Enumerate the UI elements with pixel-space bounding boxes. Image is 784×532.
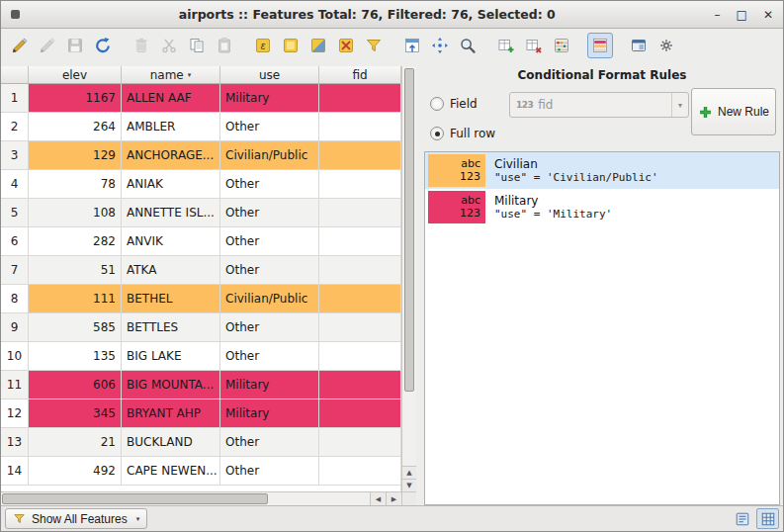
cell-fid[interactable] — [319, 227, 401, 256]
dock-attribute-table-button[interactable] — [626, 33, 652, 58]
full-row-radio-row[interactable]: Full row — [430, 127, 495, 140]
cell-fid[interactable] — [319, 285, 401, 313]
cell-name[interactable]: ANCHORAGE... — [122, 141, 220, 170]
scroll-right-button[interactable]: ▶ — [386, 492, 401, 505]
cell-elev[interactable]: 51 — [29, 256, 122, 285]
cell-name[interactable]: ANIAK — [122, 170, 220, 199]
cell-use[interactable]: Other — [220, 227, 319, 256]
minimize-button[interactable]: – — [715, 9, 721, 21]
row-number[interactable]: 7 — [1, 256, 29, 285]
cell-elev[interactable]: 111 — [29, 285, 122, 313]
vertical-scrollbar-track[interactable] — [402, 394, 416, 466]
horizontal-scrollbar-track[interactable] — [1, 492, 370, 505]
row-number[interactable]: 12 — [1, 399, 29, 428]
full-row-radio[interactable] — [430, 127, 444, 140]
row-number[interactable]: 5 — [1, 199, 29, 227]
field-radio-label[interactable]: Field — [450, 97, 478, 111]
move-selection-to-top-button[interactable] — [399, 33, 425, 58]
cell-name[interactable]: ANNETTE ISL... — [122, 199, 220, 227]
copy-features-button[interactable] — [184, 33, 210, 58]
new-field-button[interactable] — [493, 33, 519, 58]
cell-name[interactable]: CAPE NEWEN... — [122, 457, 220, 486]
cell-name[interactable]: ALLEN AAF — [122, 84, 220, 113]
cell-fid[interactable] — [319, 371, 401, 399]
column-header-use[interactable]: use — [220, 66, 319, 84]
cell-use[interactable]: Other — [220, 342, 319, 371]
column-header-name[interactable]: name ▾ — [122, 66, 220, 84]
row-number[interactable]: 2 — [1, 113, 29, 141]
cell-elev[interactable]: 492 — [29, 457, 122, 486]
cell-fid[interactable] — [319, 141, 401, 170]
cell-use[interactable]: Civilian/Public — [220, 285, 319, 313]
cell-name[interactable]: BIG MOUNTA... — [122, 371, 220, 399]
cell-elev[interactable]: 585 — [29, 313, 122, 342]
cell-fid[interactable] — [319, 313, 401, 342]
format-rule-item[interactable]: abc 123 Civilian "use" = 'Civilian/Publi… — [425, 152, 779, 189]
column-header-fid[interactable]: fid — [319, 66, 401, 84]
feature-filter-button[interactable]: Show All Features ▾ — [5, 508, 147, 529]
field-select-combobox[interactable]: 123 fid ▾ — [509, 92, 689, 118]
cell-fid[interactable] — [319, 170, 401, 199]
table-settings-button[interactable] — [653, 33, 679, 58]
conditional-formatting-button[interactable] — [587, 33, 613, 58]
cell-fid[interactable] — [319, 256, 401, 285]
field-radio-row[interactable]: Field — [430, 97, 478, 111]
cell-name[interactable]: BIG LAKE — [122, 342, 220, 371]
cell-elev[interactable]: 264 — [29, 113, 122, 141]
zoom-to-selection-button[interactable] — [455, 33, 480, 58]
scroll-down-button[interactable]: ▼ — [402, 479, 416, 491]
cell-use[interactable]: Other — [220, 199, 319, 227]
vertical-scrollbar-thumb[interactable] — [404, 68, 414, 392]
cell-use[interactable]: Other — [220, 170, 319, 199]
save-edits-button[interactable] — [62, 33, 88, 58]
horizontal-scrollbar-thumb[interactable] — [2, 493, 268, 504]
cell-use[interactable]: Other — [220, 113, 319, 141]
cell-elev[interactable]: 129 — [29, 141, 122, 170]
field-calculator-button[interactable] — [549, 33, 574, 58]
new-rule-button[interactable]: New Rule — [691, 88, 776, 135]
cell-elev[interactable]: 135 — [29, 342, 122, 371]
field-radio[interactable] — [430, 97, 444, 111]
cell-fid[interactable] — [319, 428, 401, 457]
row-number[interactable]: 10 — [1, 342, 29, 371]
delete-selected-features-button[interactable] — [129, 33, 154, 58]
row-number[interactable]: 14 — [1, 457, 29, 486]
cell-name[interactable]: AMBLER — [122, 113, 220, 141]
select-all-button[interactable] — [278, 33, 304, 58]
full-row-radio-label[interactable]: Full row — [450, 127, 495, 140]
vertical-scrollbar[interactable]: ▲ ▼ — [401, 66, 416, 491]
cell-use[interactable]: Other — [220, 313, 319, 342]
cell-elev[interactable]: 108 — [29, 199, 122, 227]
cell-name[interactable]: BETHEL — [122, 285, 220, 313]
cell-elev[interactable]: 78 — [29, 170, 122, 199]
row-number[interactable]: 8 — [1, 285, 29, 313]
cell-elev[interactable]: 1167 — [29, 84, 122, 113]
cell-elev[interactable]: 282 — [29, 227, 122, 256]
cell-name[interactable]: BETTLES — [122, 313, 220, 342]
row-number[interactable]: 3 — [1, 141, 29, 170]
select-by-expression-button[interactable]: ε — [250, 33, 276, 58]
cell-fid[interactable] — [319, 457, 401, 486]
cell-use[interactable]: Other — [220, 457, 319, 486]
row-number[interactable]: 9 — [1, 313, 29, 342]
row-number[interactable]: 6 — [1, 227, 29, 256]
row-number[interactable]: 1 — [1, 84, 29, 113]
table-view-button[interactable] — [756, 508, 779, 529]
cell-fid[interactable] — [319, 199, 401, 227]
cell-elev[interactable]: 345 — [29, 399, 122, 428]
filter-select-by-form-button[interactable] — [361, 33, 387, 58]
cell-use[interactable]: Military — [220, 84, 319, 113]
cut-features-button[interactable] — [156, 33, 182, 58]
cell-elev[interactable]: 606 — [29, 371, 122, 399]
multi-edit-button[interactable] — [35, 33, 60, 58]
format-rule-item[interactable]: abc 123 Military "use" = 'Military' — [425, 189, 779, 225]
cell-use[interactable]: Military — [220, 399, 319, 428]
toggle-editing-button[interactable] — [7, 33, 33, 58]
invert-selection-button[interactable] — [305, 33, 331, 58]
cell-fid[interactable] — [319, 342, 401, 371]
column-header-rownum[interactable] — [1, 66, 29, 84]
cell-name[interactable]: BUCKLAND — [122, 428, 220, 457]
reload-table-button[interactable] — [90, 33, 116, 58]
horizontal-scrollbar[interactable]: ◀ ▶ — [1, 491, 416, 505]
panel-splitter[interactable] — [416, 66, 424, 505]
